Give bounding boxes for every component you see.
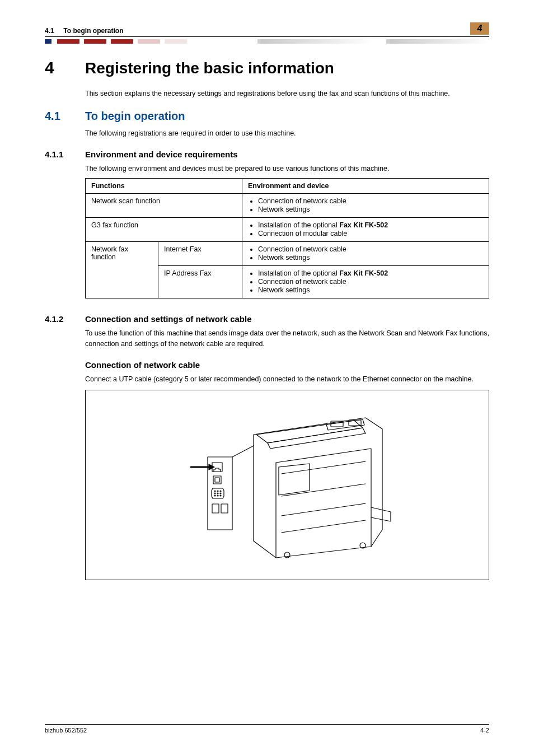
section-number: 4.1 bbox=[45, 110, 85, 123]
table-cell-env: Connection of network cable Network sett… bbox=[242, 242, 489, 266]
env-item: Connection of network cable bbox=[258, 197, 483, 205]
svg-point-23 bbox=[220, 493, 221, 494]
table-cell-function: Network fax function bbox=[86, 242, 158, 298]
subsection-4-1-2-intro: To use the function of this machine that… bbox=[85, 328, 489, 348]
subsection-title: Connection and settings of network cable bbox=[85, 314, 252, 324]
svg-rect-7 bbox=[261, 39, 373, 44]
env-item: Installation of the optional Fax Kit FK-… bbox=[258, 269, 483, 277]
subsection-title: Environment and device requirements bbox=[85, 150, 238, 159]
footer-page-number: 4-2 bbox=[480, 727, 489, 734]
svg-rect-1 bbox=[57, 39, 79, 44]
env-item: Installation of the optional Fax Kit FK-… bbox=[258, 221, 483, 229]
subpara-connection: Connect a UTP cable (category 5 or later… bbox=[85, 374, 489, 384]
svg-point-19 bbox=[217, 491, 218, 492]
svg-rect-27 bbox=[212, 504, 219, 513]
env-item: Connection of network cable bbox=[258, 245, 483, 253]
env-item: Network settings bbox=[258, 254, 483, 262]
figure-printer-diagram bbox=[85, 390, 489, 580]
table-row: G3 fax function Installation of the opti… bbox=[86, 218, 489, 242]
svg-rect-16 bbox=[213, 476, 221, 484]
section-4-1-intro: The following registrations are required… bbox=[85, 128, 489, 138]
svg-marker-30 bbox=[209, 464, 214, 470]
section-title: To begin operation bbox=[85, 110, 185, 123]
subhead-connection: Connection of network cable bbox=[85, 360, 489, 370]
chapter-title: Registering the basic information bbox=[85, 59, 334, 77]
svg-point-12 bbox=[284, 552, 290, 558]
subsection-heading-4-1-2: 4.1.2 Connection and settings of network… bbox=[45, 314, 489, 324]
svg-rect-9 bbox=[390, 39, 489, 44]
chapter-number: 4 bbox=[45, 58, 85, 77]
running-header-left: 4.1 To begin operation bbox=[45, 27, 123, 35]
table-header-env: Environment and device bbox=[242, 179, 489, 194]
ornament-divider bbox=[45, 39, 489, 44]
env-item: Connection of modular cable bbox=[258, 230, 483, 237]
svg-rect-0 bbox=[45, 39, 51, 44]
subsection-number: 4.1.2 bbox=[45, 314, 85, 324]
table-cell-env: Connection of network cable Network sett… bbox=[242, 194, 489, 218]
running-header: 4.1 To begin operation 4 bbox=[45, 22, 489, 37]
svg-point-25 bbox=[217, 495, 218, 496]
svg-rect-5 bbox=[165, 39, 187, 44]
svg-point-24 bbox=[214, 495, 216, 496]
printer-illustration-icon bbox=[142, 401, 433, 569]
table-row: Network scan function Connection of netw… bbox=[86, 194, 489, 218]
env-item: Connection of network cable bbox=[258, 278, 483, 286]
running-header-section-number: 4.1 bbox=[45, 27, 54, 35]
table-cell-function: Network scan function bbox=[86, 194, 242, 218]
svg-rect-3 bbox=[111, 39, 133, 44]
running-header-section-title: To begin operation bbox=[63, 27, 123, 35]
svg-point-20 bbox=[220, 491, 221, 492]
env-item: Network settings bbox=[258, 206, 483, 213]
table-header-row: Functions Environment and device bbox=[86, 179, 489, 194]
svg-point-21 bbox=[214, 493, 216, 494]
svg-point-22 bbox=[217, 493, 218, 494]
requirements-table: Functions Environment and device Network… bbox=[85, 178, 489, 298]
subsection-number: 4.1.1 bbox=[45, 150, 85, 159]
svg-point-18 bbox=[214, 491, 216, 492]
section-heading-4-1: 4.1 To begin operation bbox=[45, 110, 489, 123]
table-cell-env: Installation of the optional Fax Kit FK-… bbox=[242, 266, 489, 298]
footer-model: bizhub 652/552 bbox=[45, 727, 87, 734]
svg-rect-17 bbox=[215, 478, 219, 482]
table-cell-subtype: IP Address Fax bbox=[158, 266, 242, 298]
subsection-4-1-1-intro: The following environment and devices mu… bbox=[85, 164, 489, 174]
running-header-chapter-number: 4 bbox=[477, 24, 483, 34]
table-cell-function: G3 fax function bbox=[86, 218, 242, 242]
subsection-heading-4-1-1: 4.1.1 Environment and device requirement… bbox=[45, 150, 489, 159]
svg-rect-28 bbox=[221, 504, 228, 513]
table-cell-subtype: Internet Fax bbox=[158, 242, 242, 266]
table-cell-env: Installation of the optional Fax Kit FK-… bbox=[242, 218, 489, 242]
running-header-chapter-badge: 4 bbox=[470, 22, 489, 35]
chapter-heading: 4 Registering the basic information bbox=[45, 58, 489, 77]
svg-rect-4 bbox=[138, 39, 160, 44]
svg-rect-6 bbox=[257, 39, 261, 44]
svg-rect-8 bbox=[386, 39, 390, 44]
chapter-intro: This section explains the necessary sett… bbox=[85, 88, 489, 99]
svg-point-26 bbox=[220, 495, 221, 496]
table-row: Network fax function Internet Fax Connec… bbox=[86, 242, 489, 266]
page-footer: bizhub 652/552 4-2 bbox=[45, 724, 489, 734]
svg-rect-2 bbox=[84, 39, 106, 44]
table-header-functions: Functions bbox=[86, 179, 242, 194]
env-item: Network settings bbox=[258, 286, 483, 294]
